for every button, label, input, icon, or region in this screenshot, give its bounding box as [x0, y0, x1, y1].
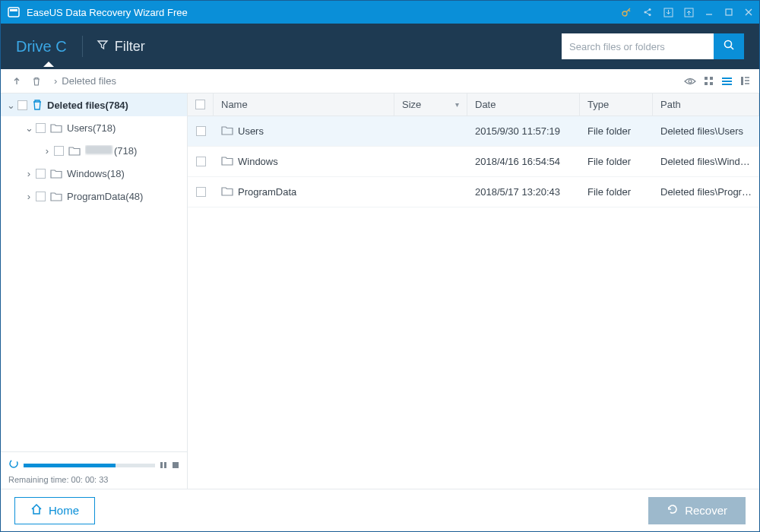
drive-tab[interactable]: Drive C	[16, 38, 82, 55]
tree-checkbox[interactable]	[36, 123, 46, 133]
tree-item[interactable]: ›(718)	[1, 139, 187, 162]
chevron-icon[interactable]: ›	[24, 191, 34, 202]
app-title: EaseUS Data Recovery Wizard Free	[27, 7, 621, 18]
preview-toggle-icon[interactable]	[684, 77, 696, 86]
filter-label: Filter	[115, 39, 145, 55]
home-button[interactable]: Home	[14, 497, 95, 524]
file-list-header: Name Size▾ Date Type Path	[188, 93, 759, 116]
svg-point-10	[689, 80, 692, 83]
tree-checkbox[interactable]	[54, 146, 64, 156]
search	[562, 33, 744, 59]
toolbar: Drive C Filter	[1, 24, 759, 69]
file-row[interactable]: Users2015/9/30 11:57:19File folderDelete…	[188, 116, 759, 147]
recover-button[interactable]: Recover	[648, 497, 746, 524]
search-button[interactable]	[714, 33, 744, 59]
svg-rect-8	[726, 9, 732, 15]
tree-checkbox[interactable]	[36, 169, 46, 179]
share-icon[interactable]	[642, 7, 653, 17]
row-checkbox[interactable]	[188, 157, 214, 166]
list-view-icon[interactable]	[721, 77, 733, 86]
folder-tree: ⌄Deleted files(784)⌄Users(718)›(718)›Win…	[1, 93, 188, 489]
breadcrumb-sep: ›	[54, 75, 57, 87]
file-row[interactable]: Windows2018/4/16 16:54:54File folderDele…	[188, 147, 759, 177]
tree-item[interactable]: ⌄Deleted files(784)	[1, 93, 187, 116]
progress-bar	[24, 464, 155, 467]
row-date: 2018/5/17 13:20:43	[467, 186, 580, 198]
svg-rect-14	[710, 82, 713, 85]
maximize-button[interactable]	[724, 8, 733, 17]
filter-button[interactable]: Filter	[97, 39, 145, 55]
import-icon[interactable]	[663, 8, 673, 17]
row-type: File folder	[580, 125, 653, 137]
tree-item-label: Windows(18)	[67, 168, 125, 179]
window-controls	[621, 7, 753, 17]
main-area: ⌄Deleted files(784)⌄Users(718)›(718)›Win…	[1, 93, 759, 489]
bottom-bar: Home Recover	[1, 489, 759, 531]
column-path[interactable]: Path	[653, 93, 759, 116]
tree-item-label: (718)	[85, 145, 137, 157]
up-button[interactable]	[10, 74, 24, 88]
file-list: Name Size▾ Date Type Path Users2015/9/30…	[188, 93, 759, 489]
tree-item-label: Users(718)	[67, 122, 116, 134]
recover-icon	[667, 503, 679, 518]
svg-rect-18	[164, 462, 166, 468]
search-icon	[723, 39, 735, 54]
svg-rect-17	[160, 462, 163, 468]
tree-item[interactable]: ›Windows(18)	[1, 162, 187, 185]
view-mode-group	[684, 76, 750, 86]
column-size[interactable]: Size▾	[394, 93, 467, 116]
pause-button[interactable]	[160, 458, 167, 472]
file-row[interactable]: ProgramData2018/5/17 13:20:43File folder…	[188, 177, 759, 207]
folder-icon	[50, 192, 62, 201]
svg-rect-0	[8, 8, 19, 17]
tree-item[interactable]: ›ProgramData(48)	[1, 185, 187, 207]
select-all-checkbox[interactable]	[188, 93, 214, 116]
row-checkbox[interactable]	[188, 126, 214, 136]
chevron-icon[interactable]: ⌄	[24, 122, 34, 134]
svg-point-16	[10, 460, 17, 467]
stop-button[interactable]	[172, 458, 179, 472]
row-date: 2018/4/16 16:54:54	[467, 156, 580, 167]
folder-icon	[68, 146, 81, 156]
svg-rect-1	[10, 9, 17, 11]
app-icon	[7, 5, 21, 19]
home-label: Home	[49, 504, 79, 517]
row-name: Users	[214, 125, 394, 138]
svg-rect-11	[705, 77, 708, 80]
svg-rect-13	[705, 82, 708, 85]
tree-checkbox[interactable]	[36, 192, 46, 201]
chevron-icon[interactable]: ⌄	[5, 100, 16, 111]
column-type[interactable]: Type	[580, 93, 653, 116]
delete-button[interactable]	[30, 74, 43, 88]
export-icon[interactable]	[684, 8, 694, 17]
detail-view-icon[interactable]	[740, 76, 750, 86]
remaining-time-label: Remaining time: 00: 00: 33	[8, 475, 179, 484]
row-checkbox[interactable]	[188, 187, 214, 197]
breadcrumb-bar: › Deleted files	[1, 69, 759, 93]
title-bar: EaseUS Data Recovery Wizard Free	[1, 1, 759, 24]
toolbar-separator	[82, 36, 83, 57]
sort-caret-icon: ▾	[455, 100, 459, 109]
folder-icon	[50, 123, 62, 133]
svg-rect-19	[173, 462, 179, 468]
minimize-button[interactable]	[705, 8, 714, 17]
tree-checkbox[interactable]	[17, 100, 27, 110]
column-date[interactable]: Date	[467, 93, 580, 116]
svg-rect-12	[710, 77, 713, 80]
folder-icon	[221, 186, 233, 198]
chevron-icon[interactable]: ›	[42, 145, 52, 157]
folder-icon	[221, 125, 233, 138]
breadcrumb-path[interactable]: Deleted files	[62, 75, 116, 87]
key-icon[interactable]	[621, 7, 632, 17]
search-input[interactable]	[562, 33, 714, 59]
tree-item[interactable]: ⌄Users(718)	[1, 116, 187, 139]
grid-view-icon[interactable]	[704, 76, 714, 86]
tree-item-label: ProgramData(48)	[67, 191, 143, 202]
chevron-icon[interactable]: ›	[24, 168, 34, 179]
home-icon	[30, 503, 43, 518]
row-name: Windows	[214, 156, 394, 168]
column-name[interactable]: Name	[214, 93, 394, 116]
close-button[interactable]	[744, 8, 753, 17]
row-type: File folder	[580, 156, 653, 167]
row-path: Deleted files\Progra...	[653, 186, 759, 198]
